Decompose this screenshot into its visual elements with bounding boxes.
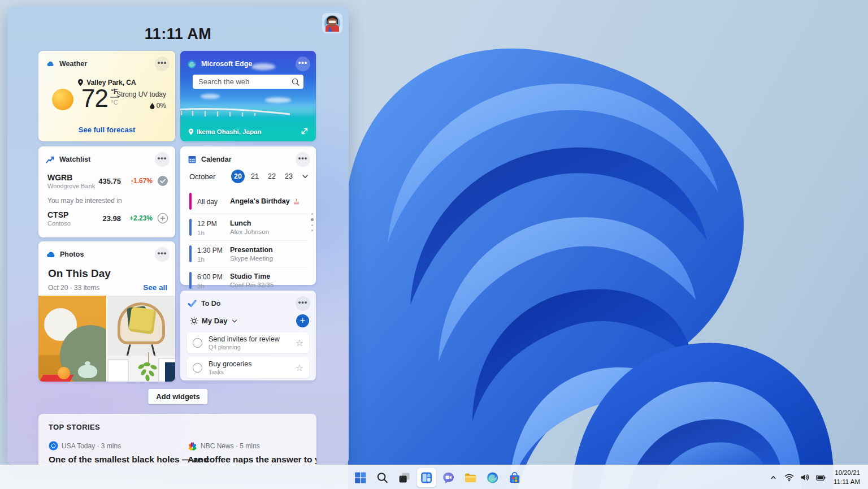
widgets-button[interactable] bbox=[417, 468, 436, 487]
add-widgets-button[interactable]: Add widgets bbox=[148, 389, 207, 404]
event-duration: 1h bbox=[197, 256, 230, 263]
calendar-date[interactable]: 23 bbox=[282, 170, 296, 183]
story-headline[interactable]: Are coffee naps the answer to your bbox=[188, 455, 315, 465]
watching-check-icon[interactable] bbox=[157, 175, 168, 187]
todo-check-icon bbox=[188, 300, 197, 308]
microsoft-store-button[interactable] bbox=[505, 468, 524, 487]
event-color-bar bbox=[189, 245, 192, 262]
task-checkbox[interactable] bbox=[193, 363, 202, 373]
weather-menu-button[interactable]: ••• bbox=[155, 57, 170, 71]
calendar-event-studio[interactable]: 6:00 PM 3h Studio Time Conf Rm 32/35 bbox=[188, 267, 308, 293]
weather-condition: Strong UV today bbox=[116, 90, 166, 98]
see-full-forecast-link[interactable]: See full forecast bbox=[38, 126, 175, 134]
calendar-menu-button[interactable]: ••• bbox=[296, 152, 310, 167]
calendar-month: October bbox=[189, 172, 215, 181]
event-title: Lunch bbox=[230, 219, 308, 227]
widgets-panel: 11:11 AM Weather ••• Valley Park, CA bbox=[7, 6, 349, 465]
search-icon bbox=[376, 471, 389, 484]
photo-thumbnail-chair[interactable] bbox=[107, 296, 175, 382]
stock-symbol: CTSP bbox=[47, 210, 97, 219]
calendar-event-birthday[interactable]: All day Angela's Birthday bbox=[188, 189, 308, 214]
task-checkbox[interactable] bbox=[193, 338, 202, 348]
cloud-graphic bbox=[265, 97, 291, 103]
start-button[interactable] bbox=[351, 468, 370, 487]
tray-show-hidden-icons-chevron[interactable] bbox=[769, 473, 778, 482]
weather-widget[interactable]: Weather ••• Valley Park, CA 72 °F °C Str… bbox=[38, 51, 175, 141]
see-all-link[interactable]: See all bbox=[143, 283, 167, 292]
stock-change: +2.23% bbox=[121, 214, 153, 222]
add-to-watchlist-icon[interactable] bbox=[157, 213, 168, 224]
todo-widget[interactable]: To Do ••• My Day + bbox=[180, 291, 316, 380]
calendar-date-selected[interactable]: 20 bbox=[231, 170, 245, 183]
panel-clock: 11:11 AM bbox=[7, 25, 349, 43]
my-day-label[interactable]: My Day bbox=[202, 317, 228, 325]
top-stories-card: TOP STORIES USA Today · 3 mins One of th… bbox=[38, 414, 316, 465]
watchlist-widget[interactable]: Watchlist ••• WGRB Woodgrove Bank 435.75… bbox=[38, 146, 175, 237]
calendar-event-lunch[interactable]: 12 PM 1h Lunch Alex Johnson bbox=[188, 214, 308, 240]
volume-icon[interactable] bbox=[800, 473, 810, 482]
task-item-groceries[interactable]: Buy groceries Tasks ☆ bbox=[187, 357, 309, 378]
event-duration: 3h bbox=[197, 283, 230, 289]
story-headline[interactable]: One of the smallest black holes — and bbox=[49, 455, 176, 465]
tray-date-time[interactable]: 10/20/21 11:11 AM bbox=[832, 469, 860, 486]
user-avatar[interactable] bbox=[322, 13, 342, 33]
calendar-scrollbar[interactable] bbox=[311, 213, 314, 231]
windows-logo-icon bbox=[354, 471, 367, 484]
add-task-button[interactable]: + bbox=[296, 314, 309, 327]
weather-title: Weather bbox=[59, 60, 87, 68]
chevron-down-icon[interactable] bbox=[231, 318, 238, 324]
edge-browser-button[interactable] bbox=[483, 468, 502, 487]
photo-shape bbox=[108, 360, 128, 382]
edge-search-input[interactable] bbox=[193, 75, 303, 89]
chat-button[interactable] bbox=[439, 468, 458, 487]
photo-shape bbox=[128, 306, 157, 335]
star-icon[interactable]: ☆ bbox=[296, 339, 303, 348]
photo-shape bbox=[151, 344, 155, 357]
photo-thumbnail-still-life[interactable] bbox=[38, 296, 106, 382]
photo-shape bbox=[78, 365, 97, 378]
calendar-title: Calendar bbox=[201, 155, 232, 163]
calendar-event-list: All day Angela's Birthday bbox=[188, 189, 308, 293]
event-subtitle: Skype Meeting bbox=[230, 255, 308, 262]
event-title: Presentation bbox=[230, 246, 308, 254]
edge-logo-icon bbox=[188, 59, 197, 68]
event-time: 1:30 PM bbox=[197, 246, 223, 254]
stock-name: Contoso bbox=[47, 220, 97, 227]
calendar-event-presentation[interactable]: 1:30 PM 1h Presentation Skype Meeting bbox=[188, 240, 308, 267]
photos-title: Photos bbox=[60, 250, 84, 258]
edge-menu-button[interactable]: ••• bbox=[296, 57, 310, 71]
stock-row-ctsp[interactable]: CTSP Contoso 23.98 +2.23% bbox=[47, 209, 168, 228]
calendar-date[interactable]: 21 bbox=[248, 170, 262, 183]
search-button[interactable] bbox=[373, 468, 392, 487]
file-explorer-icon bbox=[464, 471, 478, 484]
calendar-widget[interactable]: Calendar ••• October 20 21 22 23 All day bbox=[180, 146, 316, 285]
news-story-usa-today[interactable]: USA Today · 3 mins One of the smallest b… bbox=[49, 441, 176, 465]
stock-symbol: WGRB bbox=[47, 173, 97, 182]
search-icon bbox=[291, 77, 300, 86]
star-icon[interactable]: ☆ bbox=[296, 363, 303, 373]
edge-widget[interactable]: Microsoft Edge ••• Ikema Ohashi, Japan bbox=[180, 51, 316, 141]
battery-icon[interactable] bbox=[816, 473, 826, 482]
event-subtitle: Conf Rm 32/35 bbox=[230, 282, 308, 288]
photos-widget[interactable]: Photos ••• On This Day Oct 20 · 33 items… bbox=[38, 241, 175, 382]
news-story-nbc[interactable]: NBC News · 5 mins Are coffee naps the an… bbox=[188, 441, 315, 465]
wifi-icon[interactable] bbox=[784, 473, 794, 482]
event-time: All day bbox=[197, 198, 218, 206]
task-view-button[interactable] bbox=[395, 468, 414, 487]
expand-icon[interactable] bbox=[301, 127, 309, 135]
stock-row-wgrb[interactable]: WGRB Woodgrove Bank 435.75 -1.67% bbox=[47, 171, 168, 191]
avatar-image bbox=[324, 15, 341, 32]
watchlist-menu-button[interactable]: ••• bbox=[155, 152, 170, 167]
taskbar: 10/20/21 11:11 AM bbox=[0, 465, 868, 489]
task-item-invites[interactable]: Send invites for review Q4 planning ☆ bbox=[187, 332, 309, 353]
event-time: 12 PM bbox=[197, 220, 217, 228]
edge-logo-icon bbox=[486, 471, 500, 484]
file-explorer-button[interactable] bbox=[461, 468, 480, 487]
chat-icon bbox=[442, 471, 455, 484]
photos-menu-button[interactable]: ••• bbox=[155, 247, 170, 262]
weather-temperature-block: 72 °F °C bbox=[81, 86, 119, 111]
todo-menu-button[interactable]: ••• bbox=[296, 296, 310, 311]
tray-time: 11:11 AM bbox=[834, 478, 860, 487]
calendar-date[interactable]: 22 bbox=[265, 170, 279, 183]
chevron-down-icon[interactable] bbox=[301, 172, 309, 180]
